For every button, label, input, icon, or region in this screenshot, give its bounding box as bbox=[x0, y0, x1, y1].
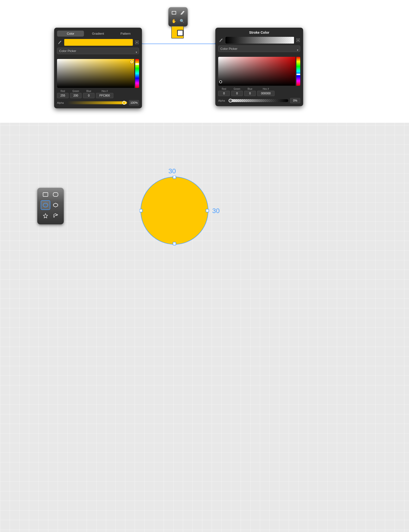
paint-shape-icon[interactable] bbox=[51, 211, 60, 220]
main-toolbar: ✋ 🔍 bbox=[168, 7, 188, 27]
stroke-hue-cursor bbox=[297, 74, 300, 75]
alpha-slider[interactable] bbox=[67, 101, 127, 104]
canvas-ellipse[interactable] bbox=[139, 176, 209, 246]
stroke-hex-col: Hex # bbox=[257, 88, 275, 96]
svg-rect-0 bbox=[172, 11, 176, 14]
tab-gradient[interactable]: Gradient bbox=[84, 31, 112, 37]
stroke-preview-gradient bbox=[225, 37, 294, 44]
stroke-panel-title: Stroke Color bbox=[218, 31, 300, 34]
svg-rect-18 bbox=[173, 176, 176, 179]
stroke-preview-row bbox=[218, 37, 300, 44]
hand-tool-icon[interactable]: ✋ bbox=[170, 17, 177, 25]
svg-rect-12 bbox=[43, 193, 48, 196]
blue-label: Blue bbox=[86, 90, 91, 92]
stroke-alpha-thumb bbox=[229, 99, 232, 103]
stroke-hex-label: Hex # bbox=[263, 88, 269, 90]
tab-color[interactable]: Color bbox=[57, 31, 84, 37]
hue-cursor bbox=[135, 63, 139, 65]
svg-point-14 bbox=[43, 203, 48, 207]
svg-marker-16 bbox=[43, 214, 48, 218]
stroke-hex-input[interactable] bbox=[257, 91, 275, 96]
zoom-tool-icon[interactable]: 🔍 bbox=[178, 17, 186, 25]
picker-select-wrapper: Color Picker bbox=[57, 48, 139, 57]
ellipse-shape-icon[interactable] bbox=[41, 201, 50, 209]
swap-icon[interactable] bbox=[135, 40, 139, 45]
toolbar-row-2: ✋ 🔍 bbox=[170, 17, 186, 25]
stroke-eyedropper-icon[interactable] bbox=[218, 38, 223, 43]
eyedropper-icon[interactable] bbox=[57, 40, 62, 45]
hex-col: Hex # bbox=[96, 90, 113, 98]
stroke-red-col: Red bbox=[218, 88, 230, 96]
blue-input[interactable] bbox=[83, 93, 94, 98]
stroke-gradient-cursor bbox=[219, 80, 222, 83]
stroke-hue-strip[interactable] bbox=[297, 57, 300, 86]
rect-tool-icon[interactable] bbox=[170, 9, 177, 16]
gradient-dark-overlay bbox=[57, 59, 134, 88]
hue-strip[interactable] bbox=[135, 59, 139, 88]
stroke-gradient-dark bbox=[218, 57, 296, 86]
stroke-color-swatch[interactable] bbox=[177, 30, 183, 36]
height-dimension-label: 30 bbox=[212, 207, 220, 215]
color-preview-bar bbox=[64, 39, 133, 46]
parallelogram-tool-icon[interactable] bbox=[178, 9, 186, 16]
stroke-preview-bar bbox=[225, 37, 294, 44]
svg-point-17 bbox=[141, 177, 208, 244]
svg-rect-13 bbox=[53, 193, 58, 196]
rectangle-shape-icon[interactable] bbox=[41, 190, 50, 199]
color-panel: Color Gradient Pattern Color Picker bbox=[54, 28, 142, 108]
green-label: Green bbox=[72, 90, 79, 92]
stroke-blue-col: Blue bbox=[244, 88, 256, 96]
green-col: Green bbox=[70, 90, 82, 98]
green-input[interactable] bbox=[70, 93, 82, 98]
svg-rect-21 bbox=[206, 209, 209, 212]
tab-pattern[interactable]: Pattern bbox=[112, 31, 139, 37]
shape-row-3 bbox=[39, 211, 62, 220]
toolbar-row-1 bbox=[170, 9, 186, 16]
stroke-alpha-row: Alpha bbox=[218, 98, 300, 103]
color-gradient-area[interactable] bbox=[57, 59, 139, 88]
stroke-picker-type-select[interactable]: Color Picker bbox=[218, 46, 300, 52]
stroke-gradient-area[interactable] bbox=[218, 57, 300, 86]
hexagon-shape-icon[interactable] bbox=[51, 201, 60, 209]
alpha-label: Alpha bbox=[57, 101, 65, 104]
gradient-main bbox=[57, 59, 134, 88]
picker-type-select[interactable]: Color Picker bbox=[57, 48, 139, 54]
red-col: Red bbox=[57, 90, 69, 98]
stroke-green-col: Green bbox=[231, 88, 243, 96]
svg-line-3 bbox=[58, 43, 59, 44]
star-shape-icon[interactable] bbox=[41, 211, 50, 220]
stroke-green-input[interactable] bbox=[231, 91, 243, 96]
stroke-red-input[interactable] bbox=[218, 91, 230, 96]
color-preview-row bbox=[57, 39, 139, 46]
blue-col: Blue bbox=[83, 90, 94, 98]
stroke-blue-label: Blue bbox=[248, 88, 252, 90]
stroke-red-label: Red bbox=[222, 88, 226, 90]
stroke-gradient-main bbox=[218, 57, 296, 86]
stroke-blue-input[interactable] bbox=[244, 91, 256, 96]
rounded-rect-shape-icon[interactable] bbox=[51, 190, 60, 199]
stroke-picker-select-wrapper: Color Picker bbox=[218, 46, 300, 54]
stroke-rgba-inputs: Red Green Blue Hex # bbox=[218, 88, 300, 96]
shape-row-2 bbox=[39, 201, 62, 209]
shape-toolbar bbox=[37, 188, 64, 224]
alpha-thumb bbox=[122, 101, 126, 105]
stroke-alpha-label: Alpha bbox=[218, 99, 227, 102]
width-dimension-label: 30 bbox=[168, 167, 176, 175]
stroke-alpha-slider[interactable] bbox=[229, 99, 288, 102]
alpha-row: Alpha bbox=[57, 100, 139, 105]
shape-row-1 bbox=[39, 190, 62, 199]
svg-rect-19 bbox=[173, 242, 176, 245]
color-panel-tabs: Color Gradient Pattern bbox=[57, 31, 139, 37]
red-input[interactable] bbox=[57, 93, 69, 98]
hex-input[interactable] bbox=[96, 93, 113, 98]
stroke-green-label: Green bbox=[234, 88, 240, 90]
gradient-cursor bbox=[130, 60, 133, 63]
svg-rect-20 bbox=[139, 209, 142, 212]
stroke-color-panel: Stroke Color Color Picker bbox=[215, 28, 303, 106]
stroke-alpha-value-input[interactable] bbox=[290, 98, 300, 103]
rgba-inputs: Red Green Blue Hex # bbox=[57, 90, 139, 98]
alpha-value-input[interactable] bbox=[129, 100, 139, 105]
stroke-swap-icon[interactable] bbox=[296, 38, 300, 42]
red-label: Red bbox=[61, 90, 65, 92]
svg-line-8 bbox=[219, 41, 220, 42]
